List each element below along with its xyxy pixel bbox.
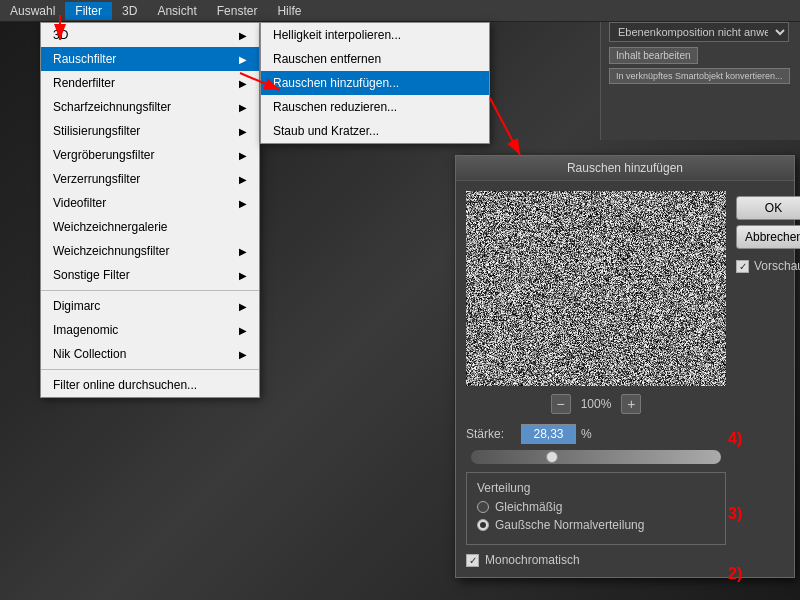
menu-item-staub-kratzer[interactable]: Staub und Kratzer... [261,119,489,143]
strength-input[interactable] [521,424,576,444]
radio-gleichmaessig-label: Gleichmäßig [495,500,562,514]
strength-label: Stärke: [466,427,521,441]
preview-check-row[interactable]: ✓ Vorschau [736,259,800,273]
zoom-controls: − 100% + [466,394,726,414]
dialog-titlebar: Rauschen hinzufügen [456,156,794,181]
menu-item-vergroeberungsfilter[interactable]: Vergröberungsfilter ▶ [41,143,259,167]
cancel-button[interactable]: Abbrechen [736,225,800,249]
menu-item-sonstigefilter[interactable]: Sonstige Filter ▶ [41,263,259,287]
noise-dialog: Rauschen hinzufügen − 100% + Stärke: % [455,155,795,578]
menu-item-rauschen-reduzieren[interactable]: Rauschen reduzieren... [261,95,489,119]
arrow-icon: ▶ [239,301,247,312]
slider-thumb [546,451,558,463]
preview-checkbox[interactable]: ✓ [736,260,749,273]
arrow-icon: ▶ [239,270,247,281]
menu-item-rauschfilter[interactable]: Rauschfilter ▶ [41,47,259,71]
menu-item-filter-online[interactable]: Filter online durchsuchen... [41,373,259,397]
distribution-label: Verteilung [477,481,715,495]
radio-gauss-label: Gaußsche Normalverteilung [495,518,644,532]
arrow-icon: ▶ [239,325,247,336]
menu-item-videofilter[interactable]: Videofilter ▶ [41,191,259,215]
radio-gleichmaessig[interactable]: Gleichmäßig [477,500,715,514]
menu-separator-1 [41,290,259,291]
noise-canvas [466,191,726,386]
noise-preview[interactable] [466,191,726,386]
rauschfilter-submenu: Helligkeit interpolieren... Rauschen ent… [260,22,490,144]
preview-label: Vorschau [754,259,800,273]
radio-gauss[interactable]: Gaußsche Normalverteilung [477,518,715,532]
menu-item-verzerrungsfilter[interactable]: Verzerrungsfilter ▶ [41,167,259,191]
monochrome-row[interactable]: ✓ Monochromatisch [466,553,726,567]
menubar-item-auswahl[interactable]: Auswahl [0,2,65,20]
menubar-item-hilfe[interactable]: Hilfe [267,2,311,20]
arrow-icon: ▶ [239,78,247,89]
arrow-icon: ▶ [239,126,247,137]
menu-item-weichzeichnergalerie[interactable]: Weichzeichnergalerie [41,215,259,239]
arrow-icon: ▶ [239,198,247,209]
menu-item-scharfzeichnungsfilter[interactable]: Scharfzeichnungsfilter ▶ [41,95,259,119]
distribution-section: Verteilung Gleichmäßig Gaußsche Normalve… [466,472,726,545]
menu-separator-2 [41,369,259,370]
arrow-icon: ▶ [239,246,247,257]
menu-item-helligkeit[interactable]: Helligkeit interpolieren... [261,23,489,47]
zoom-level: 100% [581,397,612,411]
dialog-body: − 100% + Stärke: % Vert [456,181,794,577]
strength-row: Stärke: % [466,424,726,444]
arrow-icon: ▶ [239,150,247,161]
menu-item-rauschen-hinzufuegen[interactable]: Rauschen hinzufügen... [261,71,489,95]
menubar: Auswahl Filter 3D Ansicht Fenster Hilfe [0,0,800,22]
menu-item-renderfilter[interactable]: Renderfilter ▶ [41,71,259,95]
layer-btn-convert[interactable]: In verknüpftes Smartobjekt konvertieren.… [609,68,790,84]
menubar-item-3d[interactable]: 3D [112,2,147,20]
ok-button[interactable]: OK [736,196,800,220]
monochrome-label: Monochromatisch [485,553,580,567]
arrow-icon: ▶ [239,174,247,185]
menu-item-weichzeichnungsfilter[interactable]: Weichzeichnungsfilter ▶ [41,239,259,263]
dialog-title: Rauschen hinzufügen [567,161,683,175]
arrow-icon: ▶ [239,349,247,360]
zoom-in-btn[interactable]: + [621,394,641,414]
radio-gauss-circle[interactable] [477,519,489,531]
menu-item-3d[interactable]: 3D ▶ [41,23,259,47]
menu-item-nikcollection[interactable]: Nik Collection ▶ [41,342,259,366]
menu-item-imagenomic[interactable]: Imagenomic ▶ [41,318,259,342]
layer-dropdown[interactable]: Ebenenkomposition nicht anwenden [609,22,789,42]
menu-item-stilisierungsfilter[interactable]: Stilisierungsfilter ▶ [41,119,259,143]
strength-slider[interactable] [471,450,721,464]
annotation-2: 2) [728,565,742,583]
menubar-item-ansicht[interactable]: Ansicht [147,2,206,20]
monochrome-checkbox[interactable]: ✓ [466,554,479,567]
slider-row [466,450,726,464]
annotation-3: 3) [728,505,742,523]
menu-item-rauschen-entfernen[interactable]: Rauschen entfernen [261,47,489,71]
layer-btn-edit[interactable]: Inhalt bearbeiten [609,47,698,64]
arrow-icon: ▶ [239,30,247,41]
percent-label: % [581,427,592,441]
menubar-item-fenster[interactable]: Fenster [207,2,268,20]
annotation-4: 4) [728,430,742,448]
radio-gleichmaessig-circle[interactable] [477,501,489,513]
menu-item-digimarc[interactable]: Digimarc ▶ [41,294,259,318]
arrow-icon: ▶ [239,54,247,65]
menubar-item-filter[interactable]: Filter [65,2,112,20]
filter-dropdown-menu: 3D ▶ Rauschfilter ▶ Renderfilter ▶ Schar… [40,22,260,398]
zoom-out-btn[interactable]: − [551,394,571,414]
arrow-icon: ▶ [239,102,247,113]
